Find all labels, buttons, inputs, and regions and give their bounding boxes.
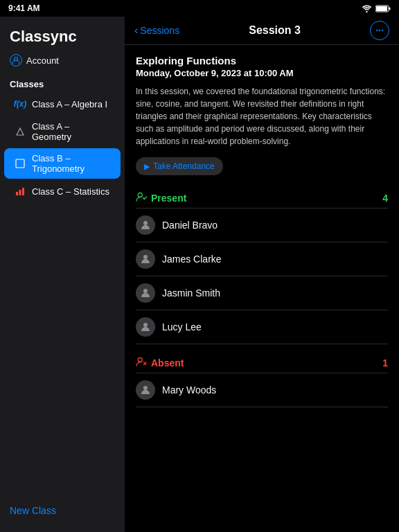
present-header-left: Present — [136, 192, 186, 204]
nav-title: Session 3 — [249, 24, 301, 37]
account-item[interactable]: Account — [0, 51, 125, 75]
absent-students-list: Mary Woods — [136, 373, 388, 407]
absent-header: Absent 1 — [136, 353, 388, 373]
more-button[interactable]: ··· — [370, 21, 389, 40]
student-item: Lucy Lee — [136, 310, 388, 344]
svg-point-10 — [143, 221, 148, 225]
svg-rect-7 — [19, 190, 21, 195]
student-item: Daniel Bravo — [136, 209, 388, 242]
back-label: Sessions — [140, 25, 179, 36]
sidebar-item-statistics[interactable]: Class C – Statistics — [4, 180, 121, 202]
algebra-icon: f(x) — [14, 98, 26, 110]
back-button[interactable]: ‹ Sessions — [134, 24, 179, 37]
svg-point-0 — [366, 11, 367, 12]
nav-bar: ‹ Sessions Session 3 ··· — [125, 17, 399, 45]
sidebar-item-trigonometry[interactable]: Class B – Trigonometry — [4, 148, 121, 179]
absent-count: 1 — [382, 357, 388, 369]
student-name: James Clarke — [162, 254, 222, 265]
sidebar-item-geometry[interactable]: Class A – Geometry — [4, 116, 121, 147]
student-item: Mary Woods — [136, 373, 388, 407]
sidebar-bottom: New Class — [0, 497, 125, 524]
sidebar-item-trigonometry-label: Class B – Trigonometry — [32, 153, 111, 174]
statistics-icon — [14, 185, 26, 197]
present-count: 4 — [382, 193, 388, 204]
absent-header-left: Absent — [136, 357, 184, 369]
student-item: James Clarke — [136, 242, 388, 276]
student-name: Lucy Lee — [162, 321, 202, 332]
student-name: Jasmin Smith — [162, 287, 220, 299]
sidebar: Classync Account Classes f(x) Class A – … — [0, 17, 125, 532]
take-attendance-button[interactable]: ▶ Take Attendance — [136, 157, 223, 175]
status-time: 9:41 AM — [8, 3, 40, 13]
svg-rect-5 — [16, 159, 24, 168]
new-class-button[interactable]: New Class — [10, 505, 56, 516]
wifi-icon — [362, 4, 372, 12]
sidebar-item-statistics-label: Class C – Statistics — [32, 186, 109, 197]
present-person-icon — [136, 192, 147, 204]
present-header: Present 4 — [136, 188, 388, 209]
student-name: Mary Woods — [162, 384, 216, 396]
session-description: In this session, we covered the foundati… — [136, 85, 388, 148]
present-section: Present 4 Daniel Bravo — [136, 188, 388, 344]
present-students-list: Daniel Bravo James Clarke Jasmin Smith — [136, 209, 388, 344]
svg-point-12 — [143, 289, 148, 293]
trigonometry-icon — [14, 157, 26, 170]
svg-rect-2 — [389, 7, 391, 10]
absent-person-icon — [136, 357, 147, 369]
account-label: Account — [26, 55, 59, 66]
app-container: Classync Account Classes f(x) Class A – … — [0, 17, 399, 532]
back-chevron-icon: ‹ — [134, 24, 138, 37]
status-bar: 9:41 AM — [0, 0, 399, 17]
avatar — [136, 283, 155, 303]
battery-icon — [375, 5, 391, 12]
student-name: Daniel Bravo — [162, 220, 218, 231]
main-content: ‹ Sessions Session 3 ··· Exploring Funct… — [125, 17, 399, 532]
avatar — [136, 380, 155, 400]
session-date: Monday, October 9, 2023 at 10:00 AM — [136, 68, 388, 78]
classes-section-label: Classes — [0, 75, 125, 92]
sidebar-item-algebra-label: Class A – Algebra I — [32, 99, 107, 109]
svg-point-15 — [143, 386, 148, 390]
session-title: Exploring Functions — [136, 55, 388, 66]
status-icons — [362, 4, 391, 12]
absent-section: Absent 1 Mary Woods — [136, 353, 388, 407]
svg-point-14 — [138, 357, 142, 362]
geometry-icon — [14, 125, 26, 138]
svg-point-13 — [143, 323, 148, 327]
avatar — [136, 249, 155, 269]
account-icon — [10, 54, 22, 66]
app-title: Classync — [0, 25, 125, 51]
avatar — [136, 215, 155, 235]
take-attendance-label: Take Attendance — [153, 161, 215, 171]
present-label: Present — [151, 193, 186, 204]
svg-rect-8 — [22, 188, 24, 195]
svg-point-9 — [138, 193, 142, 197]
student-item: Jasmin Smith — [136, 276, 388, 310]
sidebar-item-geometry-label: Class A – Geometry — [32, 121, 111, 142]
absent-label: Absent — [151, 357, 184, 369]
attendance-icon: ▶ — [144, 162, 150, 171]
svg-rect-6 — [16, 192, 18, 195]
session-content: Exploring Functions Monday, October 9, 2… — [125, 45, 399, 532]
svg-point-11 — [143, 255, 148, 259]
sidebar-item-algebra[interactable]: f(x) Class A – Algebra I — [4, 93, 121, 115]
svg-rect-3 — [376, 6, 387, 11]
avatar — [136, 317, 155, 337]
